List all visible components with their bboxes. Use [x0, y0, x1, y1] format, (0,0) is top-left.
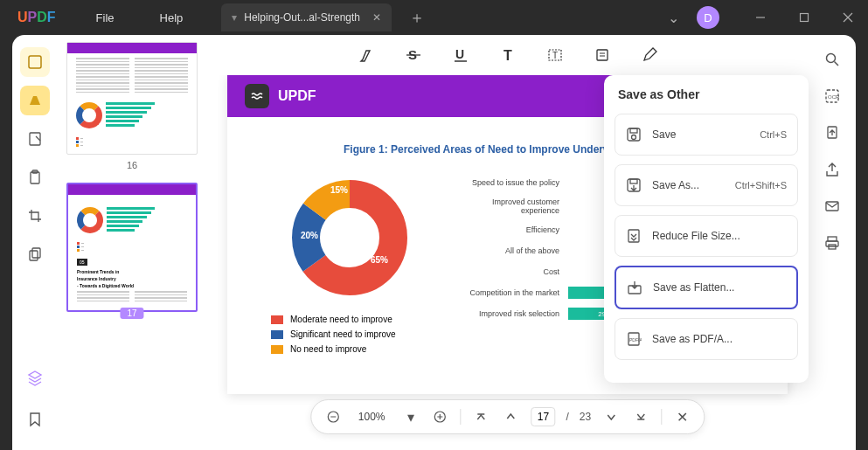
thumbnail-panel: ——— 16 ——— 05 Prominent Trends in Insura…: [58, 35, 206, 450]
svg-text:OCR: OCR: [828, 94, 840, 100]
svg-rect-4: [29, 56, 41, 68]
donut-chart: 65% 20% 15%: [288, 177, 411, 299]
svg-rect-1: [801, 14, 809, 22]
next-page-button[interactable]: [601, 412, 621, 422]
save-as-pdfa-button[interactable]: PDF/A Save as PDF/A...: [615, 318, 798, 360]
right-toolbar: OCR: [809, 35, 856, 450]
thumbnail-page-16[interactable]: ———: [66, 42, 198, 155]
document-tab[interactable]: ▾ Helping-Out...al-Strength ✕: [221, 3, 392, 31]
svg-text:T: T: [552, 51, 558, 60]
text-icon[interactable]: T: [497, 45, 518, 66]
titlebar-chevron-icon[interactable]: ⌄: [654, 10, 693, 26]
svg-rect-33: [826, 202, 838, 211]
highlighter-icon[interactable]: [356, 45, 377, 66]
donut-15-label: 15%: [330, 185, 348, 195]
zoom-value: 100%: [353, 411, 391, 423]
zoom-in-button[interactable]: [431, 410, 450, 424]
donut-20-label: 20%: [301, 231, 318, 240]
svg-text:T: T: [503, 48, 512, 63]
svg-text:U: U: [455, 47, 464, 61]
share-icon[interactable]: [820, 157, 844, 182]
app-logo: UPDF: [0, 10, 73, 25]
svg-text:PDF/A: PDF/A: [629, 337, 642, 343]
zoom-dropdown-icon[interactable]: ▾: [401, 409, 420, 426]
prev-page-button[interactable]: [502, 412, 521, 422]
reduce-file-size-button[interactable]: Reduce File Size...: [615, 215, 798, 257]
svg-rect-35: [826, 241, 838, 246]
current-page-badge: 17: [120, 308, 143, 319]
titlebar: UPDF File Help ▾ Helping-Out...al-Streng…: [0, 0, 868, 35]
svg-line-29: [835, 62, 839, 66]
chart-legend: Moderate need to improve Significant nee…: [271, 315, 428, 354]
donut-65-label: 65%: [371, 255, 388, 265]
svg-rect-6: [31, 172, 39, 183]
search-icon[interactable]: [820, 47, 844, 72]
layers-tool[interactable]: [20, 363, 50, 392]
highlight-tool[interactable]: [20, 86, 50, 115]
page-input[interactable]: [531, 407, 556, 426]
page-sep: /: [566, 411, 569, 423]
annotation-toolbar: S U T T: [206, 35, 809, 75]
zoom-out-button[interactable]: [323, 410, 343, 424]
save-button[interactable]: Save Ctrl+S: [615, 114, 798, 156]
svg-rect-34: [828, 237, 837, 241]
minimize-button[interactable]: [740, 0, 781, 35]
tab-title: Helping-Out...al-Strength: [244, 11, 360, 24]
bottom-toolbar: 100% ▾ / 23 ✕: [310, 399, 705, 434]
strikethrough-icon[interactable]: S: [403, 45, 424, 66]
left-toolbar: [12, 35, 58, 450]
first-page-button[interactable]: [472, 411, 491, 423]
doc-brand: UPDF: [278, 88, 316, 104]
tab-dropdown-icon[interactable]: ▾: [232, 11, 237, 24]
menu-help[interactable]: Help: [137, 11, 206, 24]
user-avatar[interactable]: D: [697, 6, 719, 29]
thumbnail-page-17[interactable]: ——— 05 Prominent Trends in Insurance Ind…: [66, 183, 198, 312]
pencil-icon[interactable]: [639, 45, 660, 66]
mail-icon[interactable]: [820, 194, 844, 218]
svg-rect-9: [32, 248, 40, 258]
export-icon[interactable]: [820, 121, 844, 145]
tab-close-icon[interactable]: ✕: [372, 11, 381, 24]
thumb-16-label: 16: [66, 160, 198, 170]
save-as-flatten-button[interactable]: Save as Flatten...: [615, 266, 798, 309]
print-icon[interactable]: [820, 231, 844, 255]
svg-rect-41: [630, 179, 637, 183]
svg-rect-38: [630, 128, 637, 133]
save-as-other-panel: Save as Other Save Ctrl+S Save As... Ctr…: [604, 75, 809, 383]
svg-point-28: [827, 54, 836, 63]
textbox-icon[interactable]: T: [545, 45, 566, 66]
doc-logo-icon: [245, 84, 269, 108]
underline-icon[interactable]: U: [450, 45, 471, 66]
note-icon[interactable]: [592, 45, 613, 66]
menu-file[interactable]: File: [73, 11, 137, 24]
ocr-icon[interactable]: OCR: [820, 84, 844, 108]
svg-rect-8: [30, 251, 38, 260]
maximize-button[interactable]: [784, 0, 824, 35]
svg-point-39: [632, 135, 636, 140]
page-total: 23: [580, 411, 591, 423]
clipboard-tool[interactable]: [20, 163, 50, 192]
close-toolbar-button[interactable]: ✕: [672, 409, 691, 426]
crop-tool[interactable]: [20, 201, 50, 231]
bookmark-tool[interactable]: [20, 405, 50, 434]
pages-tool[interactable]: [20, 239, 50, 269]
edit-tool[interactable]: [20, 124, 50, 154]
close-button[interactable]: [828, 0, 868, 35]
thumbnails-tool[interactable]: [20, 47, 50, 77]
svg-rect-17: [597, 50, 608, 60]
last-page-button[interactable]: [631, 411, 650, 423]
new-tab-button[interactable]: ＋: [409, 7, 425, 28]
save-as-button[interactable]: Save As... Ctrl+Shift+S: [615, 164, 798, 206]
save-panel-title: Save as Other: [615, 87, 798, 101]
save-shortcut: Ctrl+S: [760, 129, 787, 140]
saveas-shortcut: Ctrl+Shift+S: [735, 180, 787, 190]
